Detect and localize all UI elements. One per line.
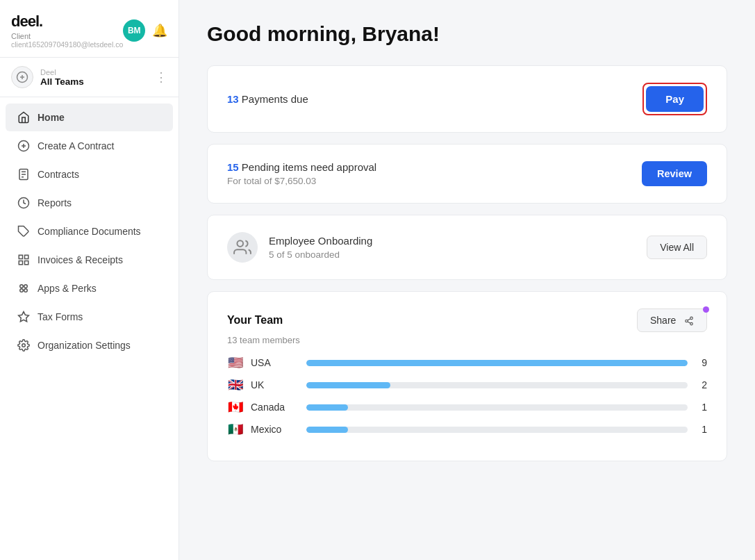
sidebar-item-contracts-label: Contracts [38, 169, 79, 180]
logo-area: deel. Client client1652097049180@letsdee… [11, 13, 123, 49]
main-content: Good morning, Bryana! 13 Payments due Pa… [179, 0, 755, 560]
payments-count: 13 [227, 93, 239, 105]
sidebar-item-compliance-documents[interactable]: Compliance Documents [6, 217, 173, 245]
sidebar-item-reports-label: Reports [38, 197, 72, 208]
sidebar-item-apps-perks[interactable]: Apps & Perks [6, 274, 173, 302]
payments-card-text: 13 Payments due [227, 93, 642, 105]
onboarding-icon [227, 232, 258, 263]
payments-label: Payments due [242, 93, 308, 105]
country-bar-wrap [306, 427, 688, 433]
settings-icon [17, 338, 31, 352]
svg-rect-9 [19, 255, 22, 258]
svg-point-19 [237, 240, 243, 247]
team-card-header: Your Team Share [227, 308, 707, 332]
country-count: 2 [695, 379, 707, 390]
country-count: 1 [695, 424, 707, 435]
notification-dot [703, 306, 709, 313]
team-name: All Teams [40, 76, 148, 87]
svg-line-24 [688, 319, 690, 320]
contracts-icon [17, 167, 31, 181]
country-row: 🇬🇧 UK 2 [227, 377, 707, 393]
team-selector[interactable]: Deel All Teams ⋮ [0, 58, 179, 97]
country-bar-fill [306, 360, 688, 366]
country-bar-fill [306, 382, 390, 388]
sidebar: deel. Client client1652097049180@letsdee… [0, 0, 179, 560]
share-btn-wrapper: Share [637, 308, 707, 332]
bell-icon[interactable]: 🔔 [152, 23, 167, 38]
sidebar-item-organization-settings-label: Organization Settings [38, 340, 131, 351]
country-name: USA [251, 357, 299, 368]
country-bar-wrap [306, 360, 688, 366]
sidebar-header: deel. Client client1652097049180@letsdee… [0, 0, 179, 58]
payments-card: 13 Payments due Pay [207, 65, 727, 133]
sidebar-item-apps-perks-label: Apps & Perks [38, 283, 97, 294]
svg-point-18 [22, 344, 26, 347]
pay-button-wrapper: Pay [642, 83, 707, 115]
team-card: Your Team Share 13 team members 🇺🇸 USA 9… [207, 291, 727, 461]
onboarding-subtitle: 5 of 5 onboarded [269, 249, 372, 260]
country-bar-fill [306, 427, 348, 433]
svg-marker-17 [19, 312, 29, 322]
avatar[interactable]: BM [123, 19, 145, 42]
team-card-title: Your Team [227, 314, 283, 327]
onboarding-card-left: Employee Onboarding 5 of 5 onboarded [227, 232, 647, 263]
pay-button[interactable]: Pay [646, 86, 704, 112]
svg-rect-12 [19, 261, 22, 265]
sidebar-item-tax-forms-label: Tax Forms [38, 311, 83, 322]
country-row: 🇺🇸 USA 9 [227, 355, 707, 370]
logo-text: deel. [11, 13, 42, 31]
deel-logo: deel. [11, 13, 123, 31]
svg-point-13 [20, 285, 24, 288]
sidebar-item-home[interactable]: Home [6, 104, 173, 131]
team-label: Deel [40, 68, 148, 76]
sidebar-nav: Home Create A Contract Contracts Reports [0, 97, 179, 560]
sidebar-item-organization-settings[interactable]: Organization Settings [6, 331, 173, 359]
country-flag: 🇺🇸 [227, 355, 244, 370]
country-row: 🇨🇦 Canada 1 [227, 400, 707, 415]
team-more-icon[interactable]: ⋮ [155, 69, 167, 85]
invoices-icon [17, 253, 31, 267]
sidebar-item-home-label: Home [38, 112, 65, 123]
sidebar-item-compliance-documents-label: Compliance Documents [38, 226, 141, 237]
team-members-count: 13 team members [227, 335, 300, 345]
country-flag: 🇬🇧 [227, 377, 244, 393]
svg-rect-10 [25, 255, 28, 258]
apps-icon [17, 281, 31, 295]
svg-rect-11 [25, 261, 28, 265]
approval-card: 15 Pending items need approval For total… [207, 144, 727, 204]
approval-label: Pending items need approval [242, 161, 376, 173]
page-greeting: Good morning, Bryana! [207, 22, 727, 46]
onboarding-title: Employee Onboarding [269, 235, 372, 247]
sidebar-item-tax-forms[interactable]: Tax Forms [6, 303, 173, 331]
tax-forms-icon [17, 310, 31, 324]
country-name: Canada [251, 402, 299, 413]
sidebar-item-contracts[interactable]: Contracts [6, 160, 173, 188]
sidebar-item-invoices-receipts-label: Invoices & Receipts [38, 254, 123, 265]
country-count: 1 [695, 402, 707, 413]
plus-circle-icon [17, 139, 31, 153]
reports-icon [17, 196, 31, 210]
share-button-label: Share [650, 315, 676, 326]
country-bar-wrap [306, 382, 688, 388]
sidebar-item-create-contract[interactable]: Create A Contract [6, 132, 173, 160]
onboarding-card: Employee Onboarding 5 of 5 onboarded Vie… [207, 215, 727, 280]
sidebar-item-reports[interactable]: Reports [6, 189, 173, 217]
compliance-icon [17, 224, 31, 238]
approval-count: 15 [227, 161, 239, 173]
svg-point-15 [20, 289, 24, 293]
header-icons: BM 🔔 [123, 19, 167, 42]
approval-total: For total of $7,650.03 [227, 176, 642, 186]
svg-point-21 [686, 320, 688, 323]
country-bar-fill [306, 404, 348, 411]
onboarding-info: Employee Onboarding 5 of 5 onboarded [269, 235, 372, 260]
svg-point-16 [24, 289, 28, 293]
country-count: 9 [695, 357, 707, 368]
payments-card-title: 13 Payments due [227, 93, 642, 105]
approval-card-text: 15 Pending items need approval For total… [227, 161, 642, 186]
view-all-button[interactable]: View All [647, 236, 707, 259]
share-button[interactable]: Share [637, 308, 707, 332]
review-button[interactable]: Review [642, 161, 707, 186]
svg-point-22 [690, 323, 693, 326]
sidebar-item-invoices-receipts[interactable]: Invoices & Receipts [6, 246, 173, 274]
country-bar-wrap [306, 404, 688, 411]
